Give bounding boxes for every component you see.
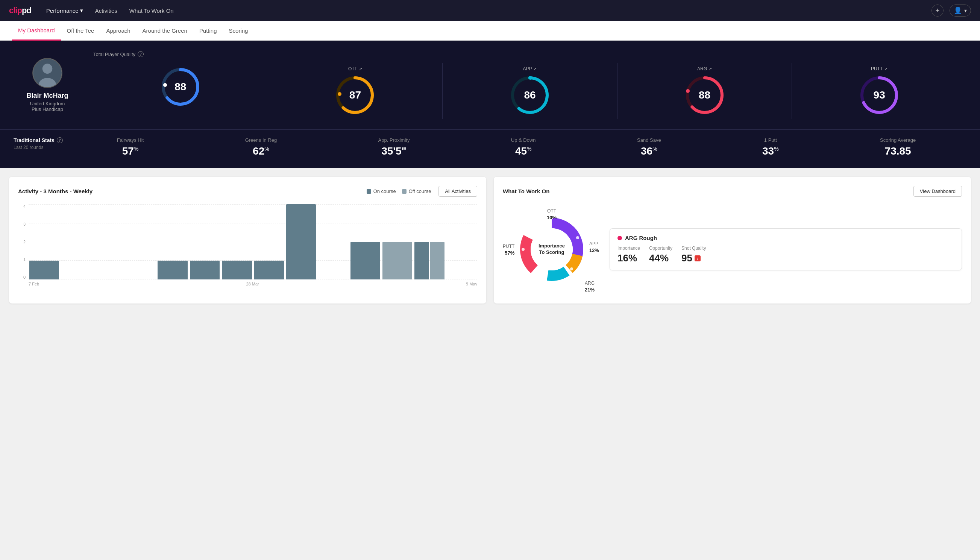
ring-total-value: 88 (175, 81, 186, 93)
bar-group (254, 204, 284, 280)
activity-legend: On course Off course (367, 188, 431, 194)
svg-point-21 (531, 228, 573, 270)
player-info: Blair McHarg United Kingdom Plus Handica… (13, 58, 81, 112)
svg-point-23 (576, 236, 579, 239)
player-country: United Kingdom (30, 101, 65, 107)
svg-point-25 (522, 248, 524, 251)
bar-group (158, 204, 187, 280)
legend-on-course: On course (367, 188, 396, 194)
donut-chart-container: ImportanceTo Scoring OTT 10% APP 12% ARG… (503, 204, 601, 295)
stat-sandsave: Sand Save 36% (637, 137, 661, 157)
donut-label-ott: OTT 10% (547, 207, 557, 221)
bar-on-course (222, 261, 251, 280)
activity-card: Activity - 3 Months - Weekly On course O… (9, 177, 486, 303)
bars-container (28, 204, 477, 280)
tab-scoring[interactable]: Scoring (223, 22, 254, 40)
player-handicap: Plus Handicap (32, 107, 63, 112)
wtwo-content: ImportanceTo Scoring OTT 10% APP 12% ARG… (503, 204, 962, 295)
bar-group (286, 204, 316, 280)
circle-app-label: APP ↗ (523, 66, 537, 72)
avatar (32, 58, 62, 88)
tab-my-dashboard[interactable]: My Dashboard (12, 21, 61, 41)
wtw-info-title: ARG Rough (617, 235, 954, 241)
bar-off-course (383, 242, 412, 280)
ring-total: 88 (160, 66, 201, 108)
bar-group (29, 204, 59, 280)
view-dashboard-button[interactable]: View Dashboard (913, 186, 962, 197)
stat-items: Fairways Hit 57% Greens In Reg 62% App. … (66, 137, 967, 157)
tab-off-the-tee[interactable]: Off the Tee (61, 22, 100, 40)
main-content: Activity - 3 Months - Weekly On course O… (0, 168, 980, 313)
nav-right: + 👤 ▾ (932, 5, 971, 17)
legend-dot-on-course (367, 189, 371, 194)
what-to-work-on-card: What To Work On View Dashboard (494, 177, 971, 303)
nav-what-to-work-on[interactable]: What To Work On (129, 7, 174, 14)
ring-arg-value: 88 (699, 89, 710, 101)
nav-activities[interactable]: Activities (95, 7, 117, 14)
legend-off-course: Off course (402, 188, 431, 194)
bar-group (447, 204, 476, 280)
ring-putt: 93 (859, 75, 900, 116)
stats-help-icon[interactable]: ? (57, 137, 63, 143)
shot-quality-badge: ↓ (695, 255, 700, 262)
stat-proximity: App. Proximity 35'5" (378, 137, 410, 157)
wtwo-title: What To Work On (503, 188, 549, 195)
bar-on-course (29, 261, 59, 280)
top-nav: clippd Performance ▾ Activities What To … (0, 0, 980, 21)
tpq-help-icon[interactable]: ? (138, 51, 144, 57)
ring-app: 86 (509, 75, 551, 116)
nav-links: Performance ▾ Activities What To Work On (46, 7, 174, 14)
svg-point-8 (338, 92, 341, 96)
circle-app: APP ↗ 86 (442, 63, 617, 119)
bar-off-course (430, 242, 444, 280)
bar-chart-area: 0 1 2 3 4 (18, 204, 477, 280)
metric-opportunity: Opportunity 44% (649, 246, 672, 264)
bar-group (61, 204, 91, 280)
all-activities-button[interactable]: All Activities (438, 186, 477, 197)
wtwo-card-header: What To Work On View Dashboard (503, 186, 962, 197)
y-axis: 0 1 2 3 4 (18, 204, 26, 280)
metric-importance: Importance 16% (617, 246, 640, 264)
sub-nav: My Dashboard Off the Tee Approach Around… (0, 21, 980, 41)
bar-group (126, 204, 155, 280)
circle-total: 88 (93, 63, 268, 119)
arg-rough-dot (617, 236, 622, 240)
tab-putting[interactable]: Putting (193, 22, 223, 40)
wtw-info-card: ARG Rough Importance 16% Opportunity 44%… (610, 228, 962, 270)
metric-shot-quality: Shot Quality 95 ↓ (681, 246, 706, 264)
player-name: Blair McHarg (26, 92, 68, 100)
circle-ott-label: OTT ↗ (348, 66, 362, 72)
user-menu-button[interactable]: 👤 ▾ (950, 5, 971, 17)
svg-point-24 (570, 267, 573, 270)
ring-ott-value: 87 (349, 89, 361, 101)
circle-putt-label: PUTT ↗ (871, 66, 887, 72)
ring-app-value: 86 (524, 89, 536, 101)
donut-svg (514, 212, 589, 287)
stat-scoring: Scoring Average 73.85 (880, 137, 916, 157)
legend-dot-off-course (402, 189, 406, 194)
svg-point-14 (686, 89, 690, 93)
svg-point-5 (163, 83, 167, 87)
svg-point-1 (43, 63, 53, 74)
tab-around-the-green[interactable]: Around the Green (136, 22, 193, 40)
x-axis: 7 Feb 28 Mar 9 May (18, 282, 477, 286)
bar-on-course (158, 261, 187, 280)
circle-ott: OTT ↗ 87 (268, 63, 443, 119)
donut-label-putt: PUTT 57% (503, 243, 514, 256)
add-button[interactable]: + (932, 5, 943, 17)
activity-chart-title: Activity - 3 Months - Weekly (18, 188, 93, 195)
ring-arg: 88 (684, 75, 725, 116)
bar-on-course (414, 242, 429, 280)
circle-arg: ARG ↗ 88 (617, 63, 792, 119)
nav-performance[interactable]: Performance ▾ (46, 7, 83, 14)
bar-group (318, 204, 348, 280)
bar-group (414, 204, 444, 280)
stat-fairways: Fairways Hit 57% (117, 137, 144, 157)
tab-approach[interactable]: Approach (100, 22, 136, 40)
tpq-label: Total Player Quality ? (93, 51, 967, 57)
bar-on-course (351, 242, 380, 280)
bar-on-course (254, 261, 284, 280)
hero-section: Blair McHarg United Kingdom Plus Handica… (0, 41, 980, 129)
svg-point-11 (528, 76, 532, 80)
stat-updown: Up & Down 45% (511, 137, 536, 157)
